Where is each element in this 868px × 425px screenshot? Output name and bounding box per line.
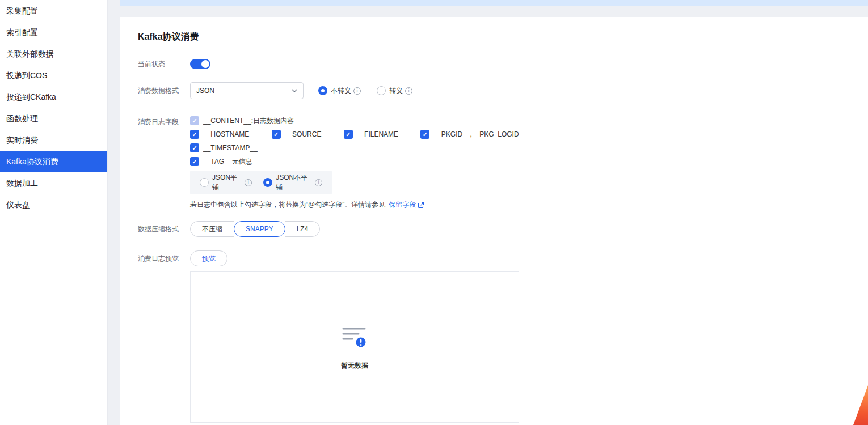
checkbox-timestamp-label: __TIMESTAMP__ [203,144,258,152]
preview-label: 消费日志预览 [138,254,190,264]
checkbox-timestamp[interactable]: __TIMESTAMP__ [190,143,258,152]
fields-hint-text: 若日志中包含以上勾选字段，将替换为“@勾选字段”。详情请参见 [190,200,385,210]
checkbox-content-label: __CONTENT__:日志数据内容 [203,116,294,126]
main-area: Kafka协议消费 当前状态 消费数据格式 JSON [108,0,868,425]
preview-result-row: 暂无数据 [138,271,845,423]
compression-label: 数据压缩格式 [138,224,190,234]
checkbox-hostname[interactable]: __HOSTNAME__ [190,130,257,139]
sidebar-item-index-config[interactable]: 索引配置 [0,22,107,43]
status-label: 当前状态 [138,60,190,69]
info-icon[interactable] [353,87,361,95]
radio-dot [200,178,209,187]
info-icon[interactable] [315,179,322,186]
fields-control: __CONTENT__:日志数据内容 __HOSTNAME__ __SOURCE… [190,116,526,210]
checkbox-pkgid-label: __PKGID__,__PKG_LOGID__ [433,130,526,138]
radio-json-flat-label: JSON平铺 [212,173,242,192]
preview-button[interactable]: 预览 [190,250,227,266]
radio-json-not-flat-label: JSON不平铺 [276,173,313,192]
checkbox-pkgid[interactable]: __PKGID__,__PKG_LOGID__ [420,130,526,139]
checkbox-box [420,130,429,139]
info-icon[interactable] [405,87,412,95]
preview-empty-state: 暂无数据 [190,271,519,423]
checkbox-box [190,143,199,152]
compression-option-none[interactable]: 不压缩 [190,221,234,237]
checkbox-tag-label: __TAG__元信息 [203,157,252,167]
format-select-value: JSON [196,87,214,95]
format-label: 消费数据格式 [138,86,190,96]
status-toggle[interactable] [190,59,210,69]
notice-banner-edge [120,0,868,6]
compression-option-snappy[interactable]: SNAPPY [234,221,285,237]
checkbox-box [190,157,199,166]
page-title: Kafka协议消费 [138,31,845,43]
checkbox-filename-label: __FILENAME__ [357,130,406,138]
radio-no-escape-label: 不转义 [331,86,351,96]
external-link-icon [418,202,424,209]
checkbox-hostname-label: __HOSTNAME__ [203,130,257,138]
checkbox-content: __CONTENT__:日志数据内容 [190,116,294,126]
checkbox-box [272,130,281,139]
fields-hint: 若日志中包含以上勾选字段，将替换为“@勾选字段”。详情请参见 保留字段 [190,200,526,210]
format-row: 消费数据格式 JSON 不转义 转义 [138,82,845,99]
kafka-consumption-card: Kafka协议消费 当前状态 消费数据格式 JSON [120,17,868,425]
json-flatten-box: JSON平铺 JSON不平铺 [190,171,332,194]
checkbox-box [190,130,199,139]
sidebar-item-data-processing[interactable]: 数据加工 [0,172,107,194]
compression-row: 数据压缩格式 不压缩 SNAPPY LZ4 [138,221,845,237]
toggle-knob [201,60,209,68]
sidebar-item-ckafka-delivery[interactable]: 投递到CKafka [0,86,107,108]
info-icon[interactable] [245,179,252,186]
status-row: 当前状态 [138,59,845,69]
checkbox-tag[interactable]: __TAG__元信息 [190,157,252,167]
radio-escape-label: 转义 [389,86,403,96]
sidebar-item-realtime-consumption[interactable]: 实时消费 [0,129,107,151]
fields-row: 消费日志字段 __CONTENT__:日志数据内容 __HOSTNAME__ [138,116,845,210]
empty-list-icon [340,324,369,350]
reserved-fields-link[interactable]: 保留字段 [389,200,424,210]
app-root: 采集配置 索引配置 关联外部数据 投递到COS 投递到CKafka 函数处理 实… [0,0,868,425]
sidebar: 采集配置 索引配置 关联外部数据 投递到COS 投递到CKafka 函数处理 实… [0,0,108,425]
radio-no-escape[interactable]: 不转义 [318,86,361,96]
radio-json-not-flat[interactable]: JSON不平铺 [263,173,322,192]
compression-options: 不压缩 SNAPPY LZ4 [190,221,320,237]
format-select[interactable]: JSON [190,82,304,99]
radio-escape[interactable]: 转义 [377,86,412,96]
radio-json-flat[interactable]: JSON平铺 [200,173,252,192]
sidebar-item-kafka-consumption[interactable]: Kafka协议消费 [0,151,107,172]
sidebar-item-cos-delivery[interactable]: 投递到COS [0,65,107,86]
compression-option-lz4[interactable]: LZ4 [285,221,321,237]
sidebar-item-function-processing[interactable]: 函数处理 [0,108,107,129]
fields-label: 消费日志字段 [138,116,190,127]
checkbox-filename[interactable]: __FILENAME__ [344,130,406,139]
reserved-fields-link-label: 保留字段 [389,200,416,210]
checkbox-source-label: __SOURCE__ [285,130,329,138]
checkbox-box [190,116,199,125]
empty-text: 暂无数据 [341,361,368,371]
sidebar-item-collection-config[interactable]: 采集配置 [0,0,107,22]
radio-dot [263,178,272,187]
preview-row: 消费日志预览 预览 [138,250,845,266]
chevron-down-icon [292,89,297,92]
sidebar-item-external-data[interactable]: 关联外部数据 [0,43,107,65]
radio-dot [377,86,386,95]
checkbox-source[interactable]: __SOURCE__ [272,130,329,139]
checkbox-box [344,130,353,139]
radio-dot [318,86,327,95]
sidebar-item-dashboard[interactable]: 仪表盘 [0,194,107,215]
